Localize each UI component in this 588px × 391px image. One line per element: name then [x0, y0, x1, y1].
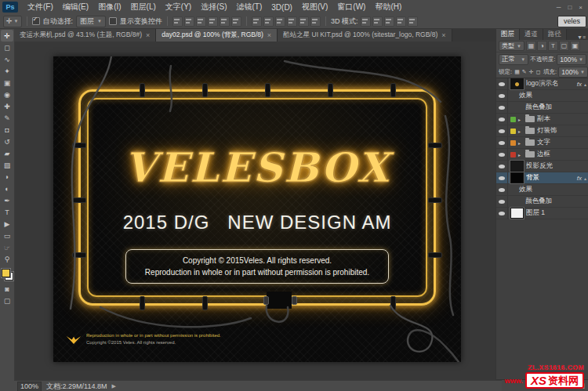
show-transform-checkbox[interactable]	[109, 17, 117, 25]
tab-layers[interactable]: 图层	[496, 28, 520, 40]
healing-brush-tool[interactable]: ✚	[1, 100, 13, 112]
distribute-hcenter-icon[interactable]	[299, 16, 309, 27]
layer-row[interactable]: ▸文字	[496, 137, 588, 149]
layer-row[interactable]: 颜色叠加	[496, 196, 588, 208]
path-selection-tool[interactable]: ▶	[1, 218, 13, 230]
lock-pixels-icon[interactable]: ✎	[521, 68, 528, 76]
minimize-icon[interactable]: ─	[557, 4, 561, 11]
tab-close-icon[interactable]: ×	[441, 31, 445, 39]
menu-item[interactable]: 文件(F)	[23, 0, 58, 14]
gradient-tool[interactable]: ▨	[1, 159, 13, 171]
move-tool[interactable]: ✛	[1, 30, 13, 42]
eye-cell[interactable]	[496, 184, 508, 195]
artwork[interactable]: VELESBOX 2015 D/G NEW DESIGN AM Copyrigh…	[53, 56, 461, 362]
screen-mode-icon[interactable]: ▢	[1, 295, 13, 306]
layer-row[interactable]: 图层 1	[496, 208, 588, 219]
menu-item[interactable]: 图像(I)	[93, 0, 125, 14]
foreground-swatch[interactable]	[2, 269, 10, 277]
align-vertical-centers-icon[interactable]	[184, 16, 194, 27]
distribute-right-icon[interactable]	[310, 16, 321, 27]
auto-select-checkbox[interactable]	[32, 17, 40, 25]
expander-icon[interactable]: ▸	[518, 140, 523, 146]
brush-tool[interactable]: ✎	[1, 112, 13, 124]
menu-item[interactable]: 视图(V)	[297, 0, 332, 14]
clone-stamp-tool[interactable]: ◘	[1, 124, 13, 136]
pixel-layer-filter-icon[interactable]: ▦	[526, 41, 536, 51]
type-tool[interactable]: T	[1, 206, 13, 218]
menu-item[interactable]: 编辑(E)	[58, 0, 93, 14]
layer-row[interactable]: ▸灯装饰	[496, 125, 588, 137]
fill-select[interactable]: 100% ▼	[558, 67, 588, 78]
dodge-tool[interactable]: ◐	[1, 183, 13, 194]
tab-paths[interactable]: 路径	[543, 28, 567, 40]
blend-mode-select[interactable]: 正常 ▼	[499, 54, 528, 65]
type-layer-filter-icon[interactable]: T	[548, 41, 558, 51]
menu-item[interactable]: 帮助(H)	[370, 0, 406, 14]
layer-row[interactable]: 投影反光	[496, 161, 588, 172]
eye-cell[interactable]	[496, 137, 508, 148]
rectangular-marquee-tool[interactable]: ◻	[1, 42, 13, 53]
align-left-edges-icon[interactable]	[208, 16, 218, 27]
smart-object-filter-icon[interactable]: ▣	[570, 41, 580, 51]
distribute-vcenter-icon[interactable]	[263, 16, 274, 27]
hand-tool[interactable]: ☞	[1, 241, 13, 253]
eye-cell[interactable]	[496, 102, 508, 113]
pen-tool[interactable]: ✒	[1, 194, 13, 206]
layer-row[interactable]: 颜色叠加	[496, 102, 588, 114]
fx-caret-icon[interactable]: ▴	[584, 176, 586, 181]
status-arrow-icon[interactable]: ▶	[111, 383, 115, 389]
canvas-area[interactable]: VELESBOX 2015 D/G NEW DESIGN AM Copyrigh…	[14, 42, 495, 380]
eye-cell[interactable]	[496, 172, 508, 183]
eye-cell[interactable]	[496, 125, 508, 136]
align-horizontal-centers-icon[interactable]	[220, 16, 230, 27]
filter-type-dropdown[interactable]: 类型 ▼	[499, 41, 524, 51]
layer-row[interactable]: logo演示名fx▴	[496, 78, 588, 90]
lock-transparency-icon[interactable]: ▦	[514, 68, 521, 76]
align-right-edges-icon[interactable]	[231, 16, 241, 27]
eye-cell[interactable]	[496, 78, 508, 89]
3d-scale-icon[interactable]	[408, 16, 418, 27]
layer-row[interactable]: 背景fx▴	[496, 172, 588, 184]
blur-tool[interactable]: ◗	[1, 171, 13, 183]
eye-cell[interactable]	[496, 208, 508, 219]
menu-item[interactable]: 3D(D)	[267, 0, 297, 14]
opacity-select[interactable]: 100% ▼	[557, 54, 586, 65]
distribute-top-icon[interactable]	[252, 16, 262, 27]
distribute-bottom-icon[interactable]	[275, 16, 285, 27]
3d-roll-icon[interactable]	[372, 16, 383, 27]
expander-icon[interactable]: ▸	[518, 152, 523, 157]
lock-all-icon[interactable]: ◻	[535, 68, 542, 76]
menu-item[interactable]: 滤镜(T)	[232, 0, 267, 14]
adjustment-layer-filter-icon[interactable]: ◑	[537, 41, 547, 51]
panel-menu-icon[interactable]: ▼≡	[577, 34, 588, 40]
document-tab[interactable]: 变运水果机.psd @ 43.1% (主题, RGB/8#)×	[14, 28, 156, 42]
document-tab[interactable]: 酷站之星 UI KIT.psd @ 100% (sitestar_logo, R…	[278, 28, 452, 42]
3d-rotate-icon[interactable]	[361, 16, 371, 27]
expander-icon[interactable]: ▸	[518, 117, 523, 122]
color-swatches[interactable]	[2, 269, 13, 281]
shape-tool[interactable]: ▭	[1, 230, 13, 241]
3d-slide-icon[interactable]	[396, 16, 406, 27]
tab-channels[interactable]: 通道	[520, 28, 543, 40]
eye-cell[interactable]	[496, 196, 508, 207]
eye-cell[interactable]	[496, 90, 508, 101]
expander-icon[interactable]: ▸	[518, 129, 523, 134]
menu-item[interactable]: 图层(L)	[126, 0, 161, 14]
menu-item[interactable]: 文字(Y)	[161, 0, 196, 14]
document-tab[interactable]: day02.psd @ 100% (背景, RGB/8)×	[156, 28, 278, 42]
3d-drag-icon[interactable]	[384, 16, 394, 27]
zoom-field[interactable]: 100%	[17, 382, 42, 391]
crop-tool[interactable]: ▣	[1, 77, 13, 89]
fx-badge[interactable]: fx	[577, 81, 582, 88]
layer-row[interactable]: 效果	[496, 184, 588, 196]
distribute-left-icon[interactable]	[287, 16, 297, 27]
eye-cell[interactable]	[496, 149, 508, 160]
eye-cell[interactable]	[496, 114, 508, 125]
align-bottom-edges-icon[interactable]	[196, 16, 206, 27]
ps-logo[interactable]: Ps	[2, 2, 18, 13]
quick-selection-tool[interactable]: ✦	[1, 65, 13, 77]
eraser-tool[interactable]: ▰	[1, 147, 13, 159]
menu-item[interactable]: 选择(S)	[196, 0, 231, 14]
tab-close-icon[interactable]: ×	[146, 31, 150, 39]
menu-item[interactable]: 窗口(W)	[332, 0, 370, 14]
